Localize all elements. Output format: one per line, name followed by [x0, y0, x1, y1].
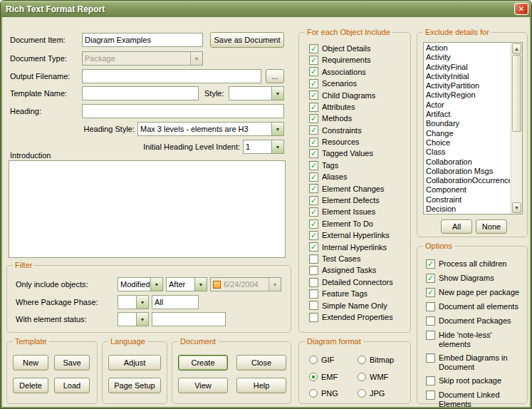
chevron-down-icon[interactable]: ▼: [150, 278, 162, 291]
checked-checkbox-icon[interactable]: ✓: [426, 288, 435, 297]
checked-checkbox-icon[interactable]: ✓: [309, 172, 318, 182]
chevron-down-icon[interactable]: ▼: [268, 278, 281, 291]
unchecked-checkbox-icon[interactable]: [309, 278, 318, 287]
checked-checkbox-icon[interactable]: ✓: [309, 242, 318, 252]
chevron-down-icon[interactable]: ▼: [271, 140, 283, 153]
exclude-item-activitypartition[interactable]: ActivityPartition: [424, 81, 510, 90]
none-button[interactable]: None: [476, 219, 507, 234]
include-associations[interactable]: ✓Associations: [309, 66, 403, 78]
exclude-item-decision[interactable]: Decision: [424, 204, 510, 213]
exclude-item-collaboration[interactable]: Collaboration: [424, 157, 510, 167]
checked-checkbox-icon[interactable]: ✓: [309, 184, 318, 193]
unchecked-checkbox-icon[interactable]: [426, 316, 435, 326]
include-object-details[interactable]: ✓Object Details: [309, 43, 403, 54]
selected-radio-icon[interactable]: [309, 373, 318, 381]
checked-checkbox-icon[interactable]: ✓: [309, 44, 318, 53]
checked-checkbox-icon[interactable]: ✓: [309, 114, 318, 123]
modified-combo[interactable]: Modified ▼: [118, 277, 163, 291]
exclude-item-constraint[interactable]: Constraint: [424, 195, 510, 204]
exclude-item-actor[interactable]: Actor: [424, 100, 510, 110]
save-as-document-button[interactable]: Save as Document: [210, 32, 284, 48]
checked-checkbox-icon[interactable]: ✓: [426, 274, 435, 283]
exclude-item-activityregion[interactable]: ActivityRegion: [424, 90, 510, 100]
include-tags[interactable]: ✓Tags: [309, 160, 403, 171]
radio-icon[interactable]: [358, 373, 366, 381]
chevron-down-icon[interactable]: ▼: [136, 296, 148, 309]
close-document-button[interactable]: Close: [236, 355, 286, 371]
checked-checkbox-icon[interactable]: ✓: [309, 125, 318, 135]
include-detailed-connectors[interactable]: Detailed Connectors: [309, 276, 403, 288]
unchecked-checkbox-icon[interactable]: [309, 266, 318, 275]
chevron-down-icon[interactable]: ▼: [271, 87, 283, 100]
chevron-down-icon[interactable]: ▼: [194, 278, 207, 291]
checked-checkbox-icon[interactable]: ✓: [309, 67, 318, 76]
radio-icon[interactable]: [309, 389, 318, 398]
include-external-hyperlinks[interactable]: ✓External Hyperlinks: [309, 229, 403, 241]
template-name-input[interactable]: [82, 86, 199, 100]
checked-checkbox-icon[interactable]: ✓: [309, 219, 318, 229]
output-filename-input[interactable]: [82, 69, 261, 83]
introduction-textarea[interactable]: [9, 160, 286, 258]
checked-checkbox-icon[interactable]: ✓: [309, 196, 318, 205]
chevron-down-icon[interactable]: ▼: [271, 123, 283, 135]
all-button[interactable]: All: [441, 219, 472, 234]
package-phase-input[interactable]: [152, 295, 199, 309]
include-scenarios[interactable]: ✓Scenarios: [309, 78, 403, 89]
checked-checkbox-icon[interactable]: ✓: [309, 79, 318, 88]
checked-checkbox-icon[interactable]: ✓: [309, 103, 318, 112]
option-new-page-per-package[interactable]: ✓New page per package: [426, 288, 523, 297]
include-methods[interactable]: ✓Methods: [309, 113, 403, 124]
title-bar[interactable]: Rich Text Format Report ✕: [1, 1, 531, 17]
view-button[interactable]: View: [178, 378, 228, 393]
page-setup-button[interactable]: Page Setup: [108, 378, 161, 393]
exclude-item-component[interactable]: Component: [424, 185, 510, 195]
document-item-input[interactable]: [82, 33, 203, 47]
exclude-item-choice[interactable]: Choice: [424, 138, 510, 147]
unchecked-checkbox-icon[interactable]: [426, 302, 435, 311]
exclude-item-activityinitial[interactable]: ActivityInitial: [424, 72, 510, 81]
unchecked-checkbox-icon[interactable]: [309, 289, 318, 299]
checked-checkbox-icon[interactable]: ✓: [309, 138, 318, 147]
include-test-cases[interactable]: Test Cases: [309, 253, 403, 264]
include-assigned-tasks[interactable]: Assigned Tasks: [309, 264, 403, 276]
exclude-item-artifact[interactable]: Artifact: [424, 110, 510, 119]
scrollbar[interactable]: ▲ ▼: [511, 43, 522, 214]
help-button[interactable]: Help: [236, 378, 286, 393]
include-element-defects[interactable]: ✓Element Defects: [309, 195, 403, 206]
radio-icon[interactable]: [358, 389, 366, 398]
unchecked-checkbox-icon[interactable]: [426, 390, 435, 400]
include-extended-properties[interactable]: Extended Properties: [309, 311, 403, 323]
unchecked-checkbox-icon[interactable]: [426, 331, 435, 340]
include-element-to-do[interactable]: ✓Element To Do: [309, 218, 403, 229]
calendar-icon[interactable]: [213, 281, 221, 289]
scroll-up-icon[interactable]: ▲: [512, 43, 521, 54]
format-png[interactable]: PNG: [309, 389, 355, 398]
include-requirements[interactable]: ✓Requirements: [309, 54, 403, 66]
option-document-linked-elements[interactable]: Document Linked Elements: [426, 390, 523, 408]
include-constraints[interactable]: ✓Constraints: [309, 125, 403, 136]
include-element-changes[interactable]: ✓Element Changes: [309, 183, 403, 195]
exclude-listbox[interactable]: ActionActivityActivityFinalActivityIniti…: [423, 42, 523, 214]
package-phase-combo[interactable]: ▼: [118, 295, 149, 309]
adjust-button[interactable]: Adjust: [108, 355, 161, 371]
style-combo[interactable]: ▼: [229, 86, 284, 100]
scroll-down-icon[interactable]: ▼: [512, 202, 521, 213]
option-skip-root-package[interactable]: Skip root package: [426, 376, 523, 385]
scroll-thumb[interactable]: [512, 55, 521, 132]
option-document-packages[interactable]: Document Packages: [426, 316, 523, 326]
radio-icon[interactable]: [309, 356, 318, 364]
checked-checkbox-icon[interactable]: ✓: [309, 161, 318, 170]
chevron-down-icon[interactable]: ▼: [136, 313, 148, 326]
exclude-item-collaborationoccurrence[interactable]: CollaborationOccurrence: [424, 176, 510, 185]
format-emf[interactable]: EMF: [309, 373, 355, 382]
include-simple-name-only[interactable]: Simple Name Only: [309, 300, 403, 311]
checked-checkbox-icon[interactable]: ✓: [426, 259, 435, 269]
new-button[interactable]: New: [13, 355, 48, 371]
option-embed-diagrams-in-document[interactable]: Embed Diagrams in Document: [426, 353, 523, 371]
exclude-item-activityfinal[interactable]: ActivityFinal: [424, 63, 510, 72]
unchecked-checkbox-icon[interactable]: [309, 254, 318, 264]
unchecked-checkbox-icon[interactable]: [309, 313, 318, 322]
browse-button[interactable]: ...: [266, 69, 284, 83]
heading-input[interactable]: [82, 104, 284, 118]
include-child-diagrams[interactable]: ✓Child Diagrams: [309, 90, 403, 101]
